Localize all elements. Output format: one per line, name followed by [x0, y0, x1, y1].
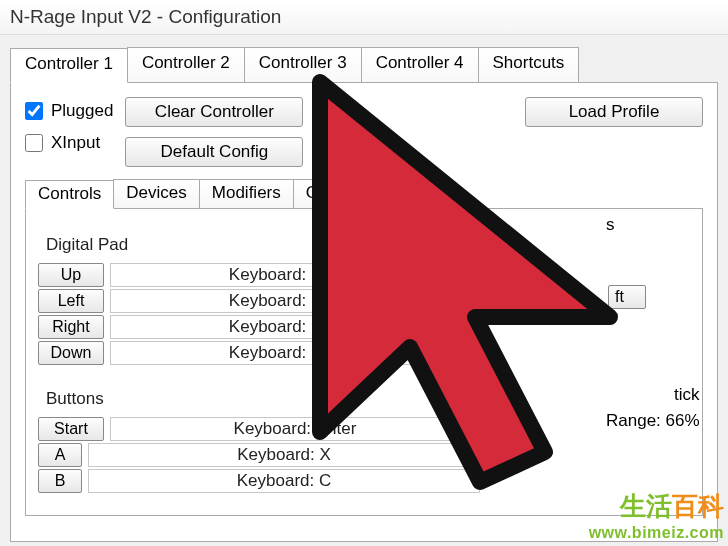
tab-controller-4[interactable]: Controller 4	[361, 47, 479, 82]
load-profile-button[interactable]: Load Profile	[525, 97, 703, 127]
dpad-up-field[interactable]: Keyboard: Num 8	[110, 263, 480, 287]
dpad-left-button[interactable]: Left	[38, 289, 104, 313]
right-row-partial: ft	[606, 283, 648, 311]
window-title: N-Rage Input V2 - Configuration	[0, 0, 728, 35]
range-value: 66%	[666, 411, 700, 430]
dpad-up-row: Up Keyboard: Num 8	[38, 263, 690, 287]
clear-controller-button[interactable]: Clear Controller	[125, 97, 303, 127]
analog-stick-title-partial: tick	[606, 385, 700, 405]
dpad-up-button[interactable]: Up	[38, 263, 104, 287]
right-ft-button[interactable]: ft	[608, 285, 646, 309]
tab-controller-1[interactable]: Controller 1	[10, 48, 128, 83]
range-row: Range: 66%	[606, 411, 700, 431]
dpad-left-row: Left Keyboard: Num 4	[38, 289, 690, 313]
watermark-cn: 生活百科	[589, 489, 724, 524]
tab-controller-3[interactable]: Controller 3	[244, 47, 362, 82]
xinput-checkbox[interactable]: XInput	[25, 133, 113, 153]
btn-start-row: Start Keyboard: Enter	[38, 417, 690, 441]
dpad-right-row: Right Keyboard: Num 6	[38, 315, 690, 339]
buttons-group: Buttons Start Keyboard: Enter A Keyboard…	[30, 381, 698, 501]
a-button[interactable]: A	[38, 443, 82, 467]
digital-pad-group: Digital Pad Up Keyboard: Num 8 Left Keyb…	[30, 227, 698, 373]
subpanel-controls: Digital Pad Up Keyboard: Num 8 Left Keyb…	[25, 208, 703, 516]
plugged-checkbox[interactable]: Plugged	[25, 101, 113, 121]
tab-strip: Controller 1 Controller 2 Controller 3 C…	[10, 47, 718, 82]
tab-controller-2[interactable]: Controller 2	[127, 47, 245, 82]
default-config-button[interactable]: Default Config	[125, 137, 303, 167]
subtab-controller-pak[interactable]: Controller Pak	[293, 179, 427, 208]
a-field[interactable]: Keyboard: X	[88, 443, 480, 467]
xinput-label: XInput	[51, 133, 100, 153]
right-top-group: s	[606, 215, 615, 241]
tab-panel: Plugged XInput Clear Controller Default …	[10, 82, 718, 542]
subtab-controls[interactable]: Controls	[25, 180, 114, 209]
plugged-label: Plugged	[51, 101, 113, 121]
right-top-title-partial: s	[606, 215, 615, 235]
range-label-text: Range:	[606, 411, 661, 430]
dpad-down-row: Down Keyboard: Num 2	[38, 341, 690, 365]
watermark: 生活百科 www.bimeiz.com	[589, 489, 724, 542]
b-button[interactable]: B	[38, 469, 82, 493]
subtab-devices[interactable]: Devices	[113, 179, 199, 208]
dpad-left-field[interactable]: Keyboard: Num 4	[110, 289, 480, 313]
dpad-down-field[interactable]: Keyboard: Num 2	[110, 341, 480, 365]
check-column: Plugged XInput	[25, 97, 113, 153]
btn-a-row: A Keyboard: X	[38, 443, 690, 467]
subtab-modifiers[interactable]: Modifiers	[199, 179, 294, 208]
watermark-url: www.bimeiz.com	[589, 524, 724, 542]
dpad-right-field[interactable]: Keyboard: Num 6	[110, 315, 480, 339]
buttons-group-title: Buttons	[46, 389, 690, 409]
start-field[interactable]: Keyboard: Enter	[110, 417, 480, 441]
config-panel: Controller 1 Controller 2 Controller 3 C…	[0, 35, 728, 546]
digital-pad-title: Digital Pad	[46, 235, 690, 255]
subtab-strip: Controls Devices Modifiers Controller Pa…	[25, 179, 703, 208]
plugged-check-input[interactable]	[25, 102, 43, 120]
b-field[interactable]: Keyboard: C	[88, 469, 480, 493]
start-button[interactable]: Start	[38, 417, 104, 441]
analog-stick-group: tick Range: 66%	[606, 385, 700, 431]
button-column-left: Clear Controller Default Config	[125, 97, 303, 167]
top-row: Plugged XInput Clear Controller Default …	[25, 97, 703, 167]
dpad-down-button[interactable]: Down	[38, 341, 104, 365]
xinput-check-input[interactable]	[25, 134, 43, 152]
dpad-right-button[interactable]: Right	[38, 315, 104, 339]
tab-shortcuts[interactable]: Shortcuts	[478, 47, 580, 82]
